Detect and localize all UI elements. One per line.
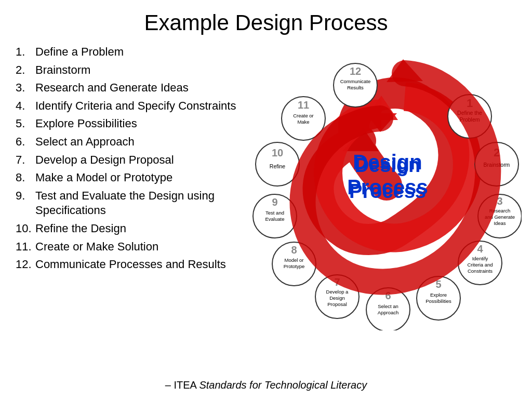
list-item: 8.Make a Model or Prototype bbox=[16, 170, 270, 185]
svg-text:Constraints: Constraints bbox=[468, 268, 493, 274]
svg-text:Create or: Create or bbox=[293, 113, 314, 118]
svg-text:Identify: Identify bbox=[472, 256, 488, 261]
svg-text:8: 8 bbox=[291, 244, 297, 256]
item-text: Create or Make Solution bbox=[35, 240, 158, 255]
list-item: 6.Select an Approach bbox=[16, 135, 270, 150]
svg-text:11: 11 bbox=[298, 99, 309, 111]
item-text: Refine the Design bbox=[35, 221, 126, 236]
item-num: 6. bbox=[16, 135, 35, 150]
item-num: 3. bbox=[16, 81, 35, 96]
item-num: 7. bbox=[16, 153, 35, 168]
list-item: 1.Define a Problem bbox=[16, 45, 270, 60]
diagram-area: Design Process 1 Define the Problem 2 Br… bbox=[251, 39, 522, 330]
center-design-label: Design bbox=[353, 151, 422, 174]
item-text: Research and Generate Ideas bbox=[35, 81, 189, 96]
svg-text:Proposal: Proposal bbox=[327, 301, 347, 307]
svg-text:Test and: Test and bbox=[265, 210, 284, 216]
svg-text:9: 9 bbox=[272, 196, 277, 208]
item-num: 12. bbox=[16, 257, 35, 272]
item-num: 9. bbox=[16, 189, 35, 218]
list-item: 7.Develop a Design Proposal bbox=[16, 153, 270, 168]
list-item: 3.Research and Generate Ideas bbox=[16, 81, 270, 96]
svg-text:Explore: Explore bbox=[430, 292, 447, 298]
diagram-svg: Design Process 1 Define the Problem 2 Br… bbox=[251, 39, 522, 330]
content-area: 1.Define a Problem 2.Brainstorm 3.Resear… bbox=[16, 45, 516, 375]
item-text: Test and Evaluate the Design using Speci… bbox=[35, 189, 270, 218]
center-process-label: Process bbox=[347, 176, 428, 198]
item-text: Explore Possibilities bbox=[35, 116, 137, 131]
svg-text:Refine: Refine bbox=[270, 163, 286, 169]
page-container: Example Design Process 1.Define a Proble… bbox=[0, 0, 532, 399]
svg-text:Results: Results bbox=[347, 85, 364, 90]
list-item: 2.Brainstorm bbox=[16, 63, 270, 78]
list-item: 11.Create or Make Solution bbox=[16, 240, 270, 255]
item-num: 11. bbox=[16, 240, 35, 255]
item-text: Develop a Design Proposal bbox=[35, 153, 174, 168]
svg-text:Model or: Model or bbox=[285, 257, 304, 263]
item-text: Identify Criteria and Specify Constraint… bbox=[35, 99, 236, 114]
svg-text:Make: Make bbox=[297, 119, 309, 125]
svg-text:10: 10 bbox=[272, 147, 283, 158]
item-text: Select an Approach bbox=[35, 135, 135, 150]
svg-text:Prototype: Prototype bbox=[284, 263, 305, 269]
item-num: 1. bbox=[16, 45, 35, 60]
list-item: 12.Communicate Processes and Results bbox=[16, 257, 270, 272]
svg-text:Design: Design bbox=[329, 295, 345, 301]
footer: – ITEA Standards for Technological Liter… bbox=[16, 379, 516, 394]
list-item: 10.Refine the Design bbox=[16, 221, 270, 236]
svg-text:Select an: Select an bbox=[378, 303, 398, 309]
item-num: 4. bbox=[16, 99, 35, 114]
item-num: 5. bbox=[16, 116, 35, 131]
footer-prefix: – ITEA bbox=[165, 379, 200, 391]
steps-list: 1.Define a Problem 2.Brainstorm 3.Resear… bbox=[16, 45, 270, 375]
item-text: Communicate Processes and Results bbox=[35, 257, 226, 272]
item-text: Brainstorm bbox=[35, 63, 90, 78]
item-text: Define a Problem bbox=[35, 45, 124, 60]
svg-text:Approach: Approach bbox=[378, 310, 399, 315]
list-item: 4.Identify Criteria and Specify Constrai… bbox=[16, 99, 270, 114]
svg-text:4: 4 bbox=[477, 243, 483, 255]
ordered-list: 1.Define a Problem 2.Brainstorm 3.Resear… bbox=[16, 45, 270, 272]
svg-text:Criteria and: Criteria and bbox=[467, 262, 493, 268]
svg-text:Ideas: Ideas bbox=[494, 220, 506, 226]
footer-italic: Standards for Technological Literacy bbox=[199, 379, 367, 391]
item-text: Make a Model or Prototype bbox=[35, 170, 172, 185]
page-title: Example Design Process bbox=[16, 10, 516, 35]
list-item: 5.Explore Possibilities bbox=[16, 116, 270, 131]
list-item: 9.Test and Evaluate the Design using Spe… bbox=[16, 189, 270, 218]
svg-text:Evaluate: Evaluate bbox=[265, 216, 285, 222]
svg-text:Communicate: Communicate bbox=[340, 78, 371, 84]
svg-text:Possibilities: Possibilities bbox=[425, 298, 451, 304]
svg-text:Develop a: Develop a bbox=[326, 289, 349, 295]
svg-text:12: 12 bbox=[350, 65, 361, 77]
item-num: 10. bbox=[16, 221, 35, 236]
item-num: 8. bbox=[16, 170, 35, 185]
item-num: 2. bbox=[16, 63, 35, 78]
